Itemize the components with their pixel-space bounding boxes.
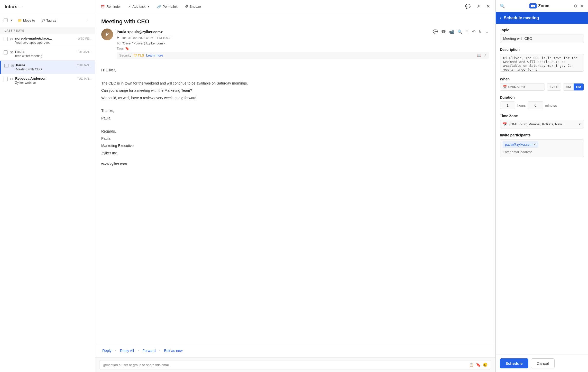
reply-all-action-icon[interactable]: ↶ xyxy=(471,29,476,35)
share-icon[interactable]: ↗ xyxy=(484,53,486,57)
email-date-row: ⚑ Tue, 31 Jan 2023 4:02:10 PM +0530 xyxy=(117,36,489,40)
comment-icon-button[interactable]: 💬 xyxy=(464,3,472,10)
schedule-button[interactable]: Schedule xyxy=(500,358,528,368)
description-textarea[interactable]: Hi Oliver, The CEO is in town for the we… xyxy=(500,54,584,72)
tag-as-button[interactable]: 🏷 Tag as xyxy=(40,17,58,23)
when-label: When xyxy=(500,77,584,81)
chat-action-icon[interactable]: 💬 xyxy=(432,29,439,35)
zoom-back-button[interactable]: ‹ xyxy=(500,16,501,20)
email-item[interactable]: ✉ Paula tech writer meeting TUE JAN... xyxy=(0,47,95,61)
compose-list-icon[interactable]: 📋 xyxy=(469,362,474,367)
topic-label: Topic xyxy=(500,28,584,32)
reply-button[interactable]: Reply xyxy=(101,348,113,354)
am-button[interactable]: AM xyxy=(563,83,574,90)
call-action-icon[interactable]: ☎ xyxy=(440,29,447,35)
minutes-label: minutes xyxy=(545,104,557,107)
email-view: ⏰ Reminder ✓ Add task ▼ 🔗 Permalink ⏱ Sn… xyxy=(95,0,495,372)
email-item-selected[interactable]: ✉ Paula Meeting with CEO TUE JAN... xyxy=(0,61,95,74)
body-paula-2: Paula xyxy=(101,136,489,141)
timezone-select[interactable]: (GMT+5:30) Mumbai, Kolkata, New ... xyxy=(500,120,584,128)
participants-area[interactable]: paula@zylker.com ✕ xyxy=(500,139,584,157)
email-checkbox[interactable] xyxy=(4,37,8,41)
zoom-settings-icon[interactable]: ⚙ xyxy=(574,4,577,8)
flag-icon: ⚑ xyxy=(117,36,120,40)
body-paula-1: Paula xyxy=(101,115,489,121)
reply-action-icon[interactable]: ↰ xyxy=(465,29,470,35)
reply-all-button[interactable]: Reply All xyxy=(119,348,135,354)
edit-as-new-button[interactable]: Edit as new xyxy=(163,348,183,354)
move-to-button[interactable]: 📁 Move to xyxy=(16,17,37,23)
zoom-close-button[interactable]: ✕ xyxy=(580,3,584,9)
when-row: 📅 02/07/2023 12:00 AM PM xyxy=(500,83,584,91)
more-action-icon[interactable]: ⌄ xyxy=(484,29,489,35)
email-security-row: Security 🛡 TLS Learn more 📖 ↗ xyxy=(117,52,489,59)
participant-email: paula@zylker.com xyxy=(505,143,532,146)
more-options-button[interactable]: ⋮ xyxy=(85,16,91,24)
email-sender: Paula xyxy=(15,50,75,54)
search-icon[interactable]: 🔍 xyxy=(500,4,505,8)
email-content: Paula Meeting with CEO xyxy=(16,63,75,71)
pm-button[interactable]: PM xyxy=(574,83,584,90)
compose-icons: 📋 🔖 🙂 xyxy=(469,362,488,367)
email-content: noreply-marketplace... You have apps app… xyxy=(15,36,76,44)
email-item[interactable]: ✉ noreply-marketplace... You have apps a… xyxy=(0,34,95,47)
to-recipients: "Oliver" <oliver@zylker.com> xyxy=(122,41,165,45)
select-all-checkbox[interactable] xyxy=(4,18,8,22)
time-picker[interactable]: 12:00 xyxy=(547,83,561,91)
topic-input[interactable] xyxy=(500,34,584,43)
zoom-header-left: 🔍 xyxy=(500,4,505,8)
participant-email-input[interactable] xyxy=(503,150,581,154)
email-actions-row: Reply • Reply All • Forward • Edit as ne… xyxy=(95,344,495,357)
snooze-button[interactable]: ⏱ Snooze xyxy=(183,4,203,10)
email-content: Rebecca Anderson Zylker webinar xyxy=(15,77,75,85)
compose-input-wrapper: 📋 🔖 🙂 xyxy=(99,360,491,369)
book-icon[interactable]: 📖 xyxy=(477,53,481,57)
forward-action-icon[interactable]: ↳ xyxy=(478,29,483,35)
email-item[interactable]: ✉ Rebecca Anderson Zylker webinar TUE JA… xyxy=(0,74,95,87)
reminder-button[interactable]: ⏰ Reminder xyxy=(99,4,122,10)
participant-remove-button[interactable]: ✕ xyxy=(534,143,536,146)
body-line-1: Hi Oliver, xyxy=(101,67,489,73)
reminder-icon: ⏰ xyxy=(101,5,105,8)
email-sender: Rebecca Anderson xyxy=(15,77,75,80)
compose-emoji-icon[interactable]: 🙂 xyxy=(483,362,488,367)
security-icons: 📖 ↗ xyxy=(477,53,486,57)
tls-badge: 🛡 TLS xyxy=(133,53,144,57)
compose-bar: 📋 🔖 🙂 xyxy=(95,357,495,372)
security-label: Security xyxy=(119,53,131,57)
email-meta: P Paula <paula@zylker.com> 💬 ☎ 📹 🔍 ↰ ↶ ↳… xyxy=(101,29,489,59)
body-thanks: Thanks, xyxy=(101,108,489,114)
compose-bookmark-icon[interactable]: 🔖 xyxy=(476,362,481,367)
tag-icon: 🔖 xyxy=(125,46,129,50)
date-picker[interactable]: 📅 02/07/2023 xyxy=(500,83,545,91)
email-checkbox[interactable] xyxy=(4,50,8,54)
inbox-chevron-icon[interactable]: ⌄ xyxy=(19,5,22,9)
hours-input[interactable] xyxy=(500,101,515,109)
email-header: Meeting with CEO P Paula <paula@zylker.c… xyxy=(95,13,495,62)
email-date: TUE JAN... xyxy=(77,50,91,53)
sender-avatar: P xyxy=(101,29,113,40)
video-action-icon[interactable]: 📹 xyxy=(448,29,455,35)
close-email-button[interactable]: ✕ xyxy=(485,3,491,10)
permalink-button[interactable]: 🔗 Permalink xyxy=(155,4,179,10)
timezone-group: Time Zone 📅 (GMT+5:30) Mumbai, Kolkata, … xyxy=(500,114,584,128)
time-value: 12:00 xyxy=(550,85,558,89)
email-checkbox[interactable] xyxy=(4,64,8,68)
email-checkbox[interactable] xyxy=(4,77,8,81)
description-group: Description Hi Oliver, The CEO is in tow… xyxy=(500,48,584,72)
forward-button[interactable]: Forward xyxy=(141,348,157,354)
compose-input[interactable] xyxy=(103,363,466,367)
email-content: Paula tech writer meeting xyxy=(15,50,75,58)
zoom-schedule-title: Schedule meeting xyxy=(504,16,539,20)
cancel-button[interactable]: Cancel xyxy=(531,358,555,368)
minutes-input[interactable] xyxy=(528,101,543,109)
email-subject: Meeting with CEO xyxy=(16,68,75,71)
chevron-down-icon[interactable]: ▼ xyxy=(10,19,13,22)
add-task-button[interactable]: ✓ Add task ▼ xyxy=(126,4,151,10)
learn-more-link[interactable]: Learn more xyxy=(146,53,163,57)
check-icon: ✓ xyxy=(128,5,131,8)
expand-icon-button[interactable]: ↗ xyxy=(476,3,481,10)
search-action-icon[interactable]: 🔍 xyxy=(457,29,463,35)
date-value: 02/07/2023 xyxy=(508,85,525,89)
inbox-title: Inbox xyxy=(5,4,17,10)
